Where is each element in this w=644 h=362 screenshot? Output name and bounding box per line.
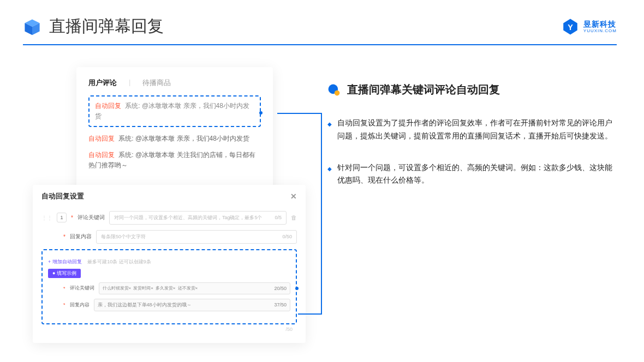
auto-reply-label: 自动回复 bbox=[88, 151, 115, 159]
required-star: * bbox=[63, 234, 65, 240]
example-box: + 增加自动回复 最多可建10条 还可以创建9条 ● 填写示例 * 评论关键词 … bbox=[41, 249, 297, 324]
example-keyword-row: * 评论关键词 什么时候发货× 发货时间× 多久发货× 还不发货× 20/50 bbox=[48, 282, 290, 294]
ex-content-value: 亲，我们这边都是下单48小时内发货的哦～ bbox=[98, 301, 192, 309]
comment-item: 自动回复 系统: @冰墩墩本墩 亲亲，我们48小时内发货 bbox=[88, 134, 261, 144]
row-index: 1 bbox=[57, 213, 67, 222]
highlighted-comment: 自动回复 系统: @冰墩墩本墩 亲亲，我们48小时内发货 bbox=[88, 95, 261, 127]
drag-handle-icon[interactable]: ⋮⋮ bbox=[41, 215, 52, 221]
brand-name-cn: 昱新科技 bbox=[583, 20, 617, 28]
required-star: * bbox=[71, 215, 73, 221]
auto-reply-label: 自动回复 bbox=[88, 135, 115, 142]
comment-text: 系统: @冰墩墩本墩 亲亲，我们48小时内发货 bbox=[118, 135, 249, 142]
add-hint: 最多可建10条 还可以创建9条 bbox=[87, 259, 151, 264]
header-divider bbox=[23, 44, 617, 45]
comments-card: 用户评论 | 待播商品 自动回复 系统: @冰墩墩本墩 亲亲，我们48小时内发货… bbox=[76, 67, 273, 203]
required-star: * bbox=[63, 286, 65, 291]
left-column: 用户评论 | 待播商品 自动回复 系统: @冰墩墩本墩 亲亲，我们48小时内发货… bbox=[33, 67, 306, 343]
content-label: 回复内容 bbox=[70, 233, 92, 240]
example-content-row: * 回复内容 亲，我们这边都是下单48小时内发货的哦～ 37/50 bbox=[48, 299, 290, 311]
auto-reply-label: 自动回复 bbox=[95, 102, 121, 110]
ex-content-label: 回复内容 bbox=[70, 301, 90, 309]
ex-keyword-label: 评论关键词 bbox=[70, 285, 94, 292]
brand-logo: Y 昱新科技 YUUXIN.COM bbox=[562, 18, 617, 35]
bullet-item: ◆ 自动回复设置为了提升作者的评论回复效率，作者可在开播前针对常见的评论用户问题… bbox=[327, 117, 617, 143]
connector-dot bbox=[259, 111, 263, 114]
content-row: * 回复内容 每条限50个中文字符 0/50 bbox=[41, 230, 297, 244]
ex-keyword-input[interactable]: 什么时候发货× 发货时间× 多久发货× 还不发货× 20/50 bbox=[99, 282, 290, 294]
connector-line bbox=[277, 113, 322, 315]
tabs: 用户评论 | 待播商品 bbox=[88, 78, 261, 88]
heading-icon bbox=[327, 83, 341, 96]
settings-title: 自动回复设置 bbox=[41, 191, 84, 201]
content-placeholder: 每条限50个中文字符 bbox=[101, 233, 146, 240]
keyword-label: 评论关键词 bbox=[77, 214, 105, 221]
diamond-icon: ◆ bbox=[327, 119, 332, 143]
header-left: 直播间弹幕回复 bbox=[23, 15, 164, 38]
brand-icon: Y bbox=[562, 18, 579, 35]
keyword-input[interactable]: 对同一个问题，可设置多个相近、高频的关键词，Tag确定，最多5个 0/5 bbox=[109, 211, 287, 225]
tab-pending-products[interactable]: 待播商品 bbox=[142, 78, 171, 88]
bullet-item: ◆ 针对同一个问题，可设置多个相近的、高频的关键词。例如：这款多少钱、这块能优惠… bbox=[327, 161, 617, 188]
page-title: 直播间弹幕回复 bbox=[49, 15, 164, 38]
brand-name-en: YUUXIN.COM bbox=[583, 29, 617, 33]
svg-point-5 bbox=[335, 90, 340, 95]
section-title: 直播间弹幕关键词评论自动回复 bbox=[347, 82, 500, 97]
cube-icon bbox=[23, 17, 41, 36]
page-header: 直播间弹幕回复 Y 昱新科技 YUUXIN.COM bbox=[0, 0, 644, 44]
add-auto-reply-link[interactable]: + 增加自动回复 bbox=[48, 259, 82, 264]
ex-content-input[interactable]: 亲，我们这边都是下单48小时内发货的哦～ 37/50 bbox=[94, 299, 290, 311]
settings-card: 自动回复设置 ✕ ⋮⋮ 1 * 评论关键词 对同一个问题，可设置多个相近、高频的… bbox=[33, 185, 306, 343]
content-input[interactable]: 每条限50个中文字符 0/50 bbox=[96, 230, 297, 244]
keyword-row: ⋮⋮ 1 * 评论关键词 对同一个问题，可设置多个相近、高频的关键词，Tag确定… bbox=[41, 211, 297, 225]
tab-user-comments[interactable]: 用户评论 bbox=[88, 78, 117, 88]
tag: 发货时间× bbox=[133, 285, 153, 291]
bullet-text: 自动回复设置为了提升作者的评论回复效率，作者可在开播前针对常见的评论用户问题，提… bbox=[337, 117, 617, 143]
required-star: * bbox=[63, 302, 65, 307]
keyword-placeholder: 对同一个问题，可设置多个相近、高频的关键词，Tag确定，最多5个 bbox=[114, 214, 263, 221]
right-column: 直播间弹幕关键词评论自动回复 ◆ 自动回复设置为了提升作者的评论回复效率，作者可… bbox=[327, 67, 617, 343]
comment-item: 自动回复 系统: @冰墩墩本墩 关注我们的店铺，每日都有热门推荐哟～ bbox=[88, 150, 261, 171]
connector-line bbox=[298, 313, 322, 315]
diamond-icon: ◆ bbox=[327, 164, 332, 188]
tag: 还不发货× bbox=[178, 285, 198, 291]
below-counter: /50 bbox=[41, 324, 297, 332]
bullet-text: 针对同一个问题，可设置多个相近的、高频的关键词。例如：这款多少钱、这块能优惠吗、… bbox=[337, 161, 617, 188]
svg-text:Y: Y bbox=[568, 22, 573, 31]
tag: 什么时候发货× bbox=[103, 285, 132, 291]
section-heading: 直播间弹幕关键词评论自动回复 bbox=[327, 82, 617, 97]
example-badge: ● 填写示例 bbox=[48, 269, 81, 278]
tag: 多久发货× bbox=[156, 285, 176, 291]
